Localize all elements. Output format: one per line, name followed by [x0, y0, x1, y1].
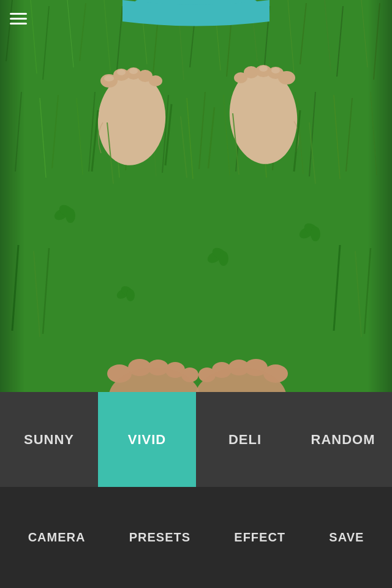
filter-tabs: SUNNY VIVID DELI RANDOM — [0, 392, 392, 487]
nav-camera[interactable]: CAMERA — [19, 524, 95, 551]
hamburger-line-3 — [10, 23, 27, 24]
bottom-nav: CAMERA PRESETS EFFECT SAVE — [0, 487, 392, 588]
tab-sunny[interactable]: SUNNY — [0, 392, 98, 487]
tab-deli[interactable]: DELI — [196, 392, 294, 487]
hamburger-line-2 — [10, 18, 27, 20]
hamburger-icon[interactable] — [10, 13, 27, 24]
tab-random[interactable]: RANDOM — [294, 392, 392, 487]
nav-save[interactable]: SAVE — [320, 524, 373, 551]
photo-area — [0, 0, 392, 392]
nav-effect[interactable]: EFFECT — [225, 524, 295, 551]
hamburger-line-1 — [10, 13, 27, 15]
top-bar — [0, 0, 37, 37]
svg-rect-100 — [0, 0, 392, 392]
photo-overlay — [0, 0, 392, 392]
app-container: SUNNY VIVID DELI RANDOM CAMERA PRESETS E… — [0, 0, 392, 588]
nav-presets[interactable]: PRESETS — [120, 524, 200, 551]
tab-vivid[interactable]: VIVID — [98, 392, 196, 487]
